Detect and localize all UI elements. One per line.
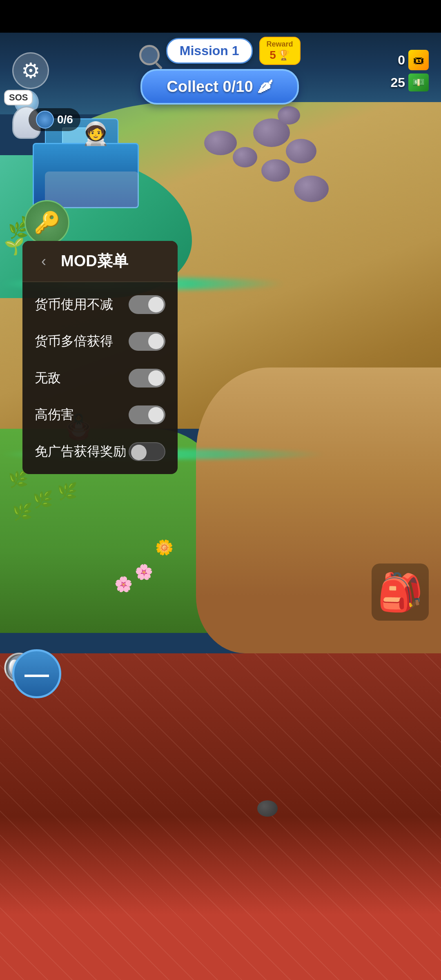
zoom-icon: — [24, 660, 49, 688]
player-avatar [36, 111, 54, 129]
mod-back-button[interactable]: ‹ [35, 252, 53, 270]
money-currency: 25 💵 [390, 74, 429, 91]
mod-toggle-3[interactable] [129, 405, 165, 424]
mod-item-4: 免广告获得奖励 [22, 433, 178, 470]
plant-bottom-2: 🌿 [33, 490, 53, 509]
rock-4 [261, 159, 290, 182]
mod-toggle-0[interactable] [129, 295, 165, 314]
rock-2 [233, 147, 257, 167]
mod-header: ‹ MOD菜单 [22, 241, 178, 281]
hover-tooltip [45, 172, 139, 208]
settings-icon: ⚙ [21, 58, 40, 83]
currency-area: 0 🎟 25 💵 [390, 50, 429, 91]
flower-white2: 🌸 [114, 576, 133, 593]
mod-toggle-4[interactable] [129, 442, 165, 461]
mod-items-list: 货币使用不减 货币多倍获得 无敌 高伤害 [22, 282, 178, 474]
mission-badge[interactable]: Mission 1 [166, 38, 253, 64]
rock-5 [286, 139, 316, 163]
rock-bottom [257, 800, 278, 817]
flower-white: 🌸 [135, 564, 153, 581]
flower-yellow: 🌼 [155, 539, 174, 556]
plant-3: 🌱 [4, 237, 24, 256]
toggle-knob-0 [148, 297, 164, 312]
reward-label: Reward [267, 40, 293, 49]
key-icon: 🔑 [34, 210, 60, 235]
backpack-button[interactable]: 🎒 [372, 564, 429, 621]
plant-bottom-4: 🌿 [12, 502, 33, 521]
top-bar: ⚙ Mission 1 Reward [0, 37, 441, 105]
rock-1 [204, 131, 237, 155]
reward-value: 5 [270, 49, 276, 62]
character-2: 🧑‍🚀 [82, 120, 110, 147]
toggle-knob-2 [148, 370, 164, 386]
settings-button[interactable]: ⚙ [12, 52, 49, 89]
mod-menu-panel: ‹ MOD菜单 货币使用不减 货币多倍获得 无敌 [22, 241, 178, 474]
mod-item-1: 货币多倍获得 [22, 323, 178, 360]
mod-title: MOD菜单 [61, 251, 128, 272]
mission-area: Mission 1 Reward 5 🏆 Collect 0/10 🌶 [139, 37, 301, 105]
collect-button[interactable]: Collect 0/10 🌶 [140, 69, 299, 105]
collect-text: Collect 0/10 🌶 [167, 78, 273, 95]
toggle-knob-3 [148, 407, 164, 423]
reward-icon: 🏆 [278, 49, 290, 61]
mod-toggle-1[interactable] [129, 332, 165, 351]
mod-item-label-3: 高伤害 [35, 406, 74, 424]
mod-item-0: 货币使用不减 [22, 286, 178, 323]
toggle-knob-4 [131, 445, 147, 460]
backpack-icon: 🎒 [377, 571, 423, 614]
ticket-currency: 0 🎟 [398, 50, 429, 70]
terrain-cracked [0, 653, 441, 980]
toggle-knob-1 [148, 334, 164, 349]
rock-6 [294, 176, 329, 202]
player-count: 0/6 [29, 108, 80, 131]
mod-item-label-1: 货币多倍获得 [35, 332, 113, 350]
key-icon-button[interactable]: 🔑 [24, 200, 69, 245]
ticket-icon: 🎟 [408, 50, 429, 70]
status-bar [0, 0, 441, 33]
mod-item-2: 无敌 [22, 360, 178, 396]
mod-item-label-4: 免广告获得奖励 [35, 443, 126, 461]
rock-7 [278, 106, 300, 125]
player-count-text: 0/6 [57, 113, 73, 126]
mod-toggle-2[interactable] [129, 369, 165, 388]
plant-bottom-3: 🌿 [57, 482, 78, 501]
ticket-value: 0 [398, 53, 405, 68]
money-value: 25 [390, 75, 405, 90]
money-icon: 💵 [408, 74, 429, 91]
magnifier-decoration [139, 45, 160, 65]
back-icon: ‹ [41, 253, 46, 270]
mod-item-3: 高伤害 [22, 396, 178, 433]
zoom-out-button[interactable]: — [12, 649, 61, 698]
reward-area: Reward 5 🏆 [259, 37, 301, 65]
game-container: SOS 0/6 🌿 🌿 🌱 🌿 🌿 🌿 🌿 🌼 🌸 🌸 🪆 🧑‍🚀 🔑 ⚙ [0, 0, 441, 980]
mission-text: Mission 1 [180, 43, 239, 58]
mod-item-label-2: 无敌 [35, 369, 61, 387]
mod-item-label-0: 货币使用不减 [35, 296, 113, 314]
